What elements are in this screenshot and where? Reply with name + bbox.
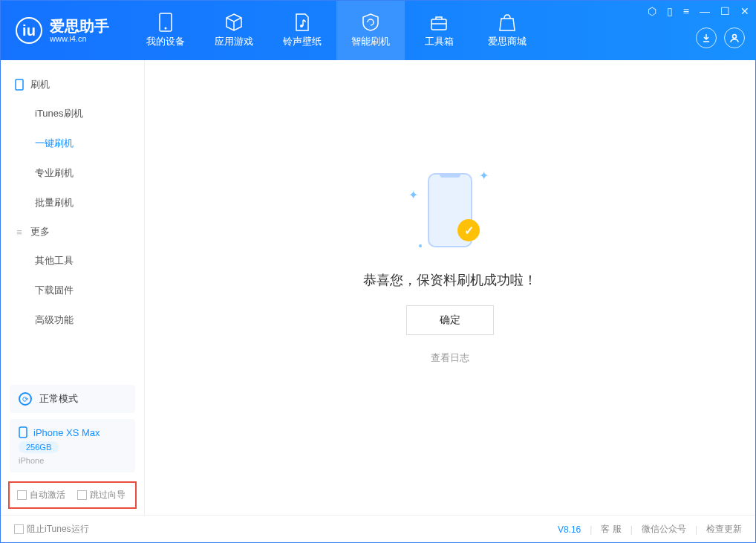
tab-label: 应用游戏 [215,35,253,48]
checkbox-skip-guide[interactable]: 跳过向导 [77,489,126,501]
device-type: iPhone [19,456,126,465]
app-header: iu 爱思助手 www.i4.cn 我的设备 应用游戏 铃声壁纸 智能刷机 工具… [1,1,755,60]
check-update-link[interactable]: 检查更新 [706,523,742,536]
sparkle-icon: ✦ [479,169,489,183]
lock-icon[interactable]: ▯ [667,5,673,17]
user-button[interactable] [724,27,745,48]
version-label: V8.16 [558,524,581,535]
tab-toolbox[interactable]: 工具箱 [405,1,473,60]
app-name: 爱思助手 [50,18,109,34]
tab-my-device[interactable]: 我的设备 [131,1,200,60]
device-name: iPhone XS Max [33,427,100,438]
svg-point-2 [300,25,303,27]
svg-rect-3 [431,19,446,30]
mode-box[interactable]: ⟳ 正常模式 [10,385,135,413]
tab-label: 智能刷机 [351,35,390,48]
svg-rect-6 [19,427,27,438]
device-icon [14,79,25,90]
main-tabs: 我的设备 应用游戏 铃声壁纸 智能刷机 工具箱 爱思商城 [131,1,541,60]
sidebar-item-oneclick-flash[interactable]: 一键刷机 [1,129,144,158]
sidebar-item-itunes-flash[interactable]: iTunes刷机 [1,99,144,129]
view-log-link[interactable]: 查看日志 [431,351,469,365]
success-illustration: ✦ ✦ ✓ [413,166,487,255]
svg-point-4 [733,35,737,39]
close-button[interactable]: ✕ [740,5,749,17]
sidebar-item-batch-flash[interactable]: 批量刷机 [1,188,144,218]
tshirt-icon[interactable]: ⬡ [648,5,656,17]
sidebar-item-other-tools[interactable]: 其他工具 [1,246,144,276]
phone-outline-icon [19,426,27,438]
cube-icon [224,13,244,32]
sidebar: 刷机 iTunes刷机 一键刷机 专业刷机 批量刷机 ≡ 更多 其他工具 下载固… [1,60,145,515]
menu-icon[interactable]: ≡ [683,5,689,17]
wechat-link[interactable]: 微信公众号 [642,523,686,536]
sidebar-section-flash: 刷机 [1,71,144,99]
device-box[interactable]: iPhone XS Max 256GB iPhone [10,419,135,472]
maximize-button[interactable]: ☐ [720,5,730,17]
tab-label: 铃声壁纸 [283,35,322,48]
minimize-button[interactable]: ― [700,5,710,17]
toolbox-icon [429,13,449,32]
window-controls: ⬡ ▯ ≡ ― ☐ ✕ [648,5,749,17]
device-storage-badge: 256GB [19,441,59,453]
sidebar-section-more: ≡ 更多 [1,218,144,246]
sidebar-item-download-firmware[interactable]: 下载固件 [1,276,144,305]
check-badge-icon: ✓ [457,219,480,241]
support-link[interactable]: 客 服 [601,523,621,536]
download-button[interactable] [696,27,717,48]
section-title: 刷机 [30,78,50,91]
shopping-bag-icon [498,13,517,32]
section-title: 更多 [30,225,50,238]
header-right-actions [696,27,745,48]
checkbox-auto-activate[interactable]: 自动激活 [17,489,65,501]
ok-button[interactable]: 确定 [406,305,494,335]
footer: 阻止iTunes运行 V8.16 | 客 服 | 微信公众号 | 检查更新 [1,515,755,543]
tab-ringtone-wallpaper[interactable]: 铃声壁纸 [268,1,336,60]
sparkle-icon: ✦ [408,188,418,202]
music-file-icon [293,13,312,32]
sidebar-item-advanced[interactable]: 高级功能 [1,305,144,335]
main-content: ✦ ✦ ✓ 恭喜您，保资料刷机成功啦！ 确定 查看日志 [145,60,755,515]
phone-icon [156,13,175,32]
app-logo: iu 爱思助手 www.i4.cn [1,17,124,44]
list-icon: ≡ [14,227,25,237]
shield-sync-icon [361,13,380,32]
svg-point-1 [165,27,167,30]
tab-label: 爱思商城 [488,35,527,48]
sidebar-item-pro-flash[interactable]: 专业刷机 [1,158,144,188]
tab-label: 工具箱 [425,35,454,48]
tab-store[interactable]: 爱思商城 [473,1,541,60]
options-row: 自动激活 跳过向导 [8,481,137,509]
dot-icon [419,244,422,247]
tab-smart-flash[interactable]: 智能刷机 [336,1,405,60]
logo-icon: iu [16,17,42,44]
success-message: 恭喜您，保资料刷机成功啦！ [363,271,537,289]
mode-icon: ⟳ [19,392,32,406]
tab-apps-games[interactable]: 应用游戏 [200,1,268,60]
svg-rect-5 [16,79,23,90]
checkbox-block-itunes[interactable]: 阻止iTunes运行 [14,523,89,536]
tab-label: 我的设备 [146,35,185,48]
app-url: www.i4.cn [50,34,109,43]
mode-label: 正常模式 [39,392,78,406]
